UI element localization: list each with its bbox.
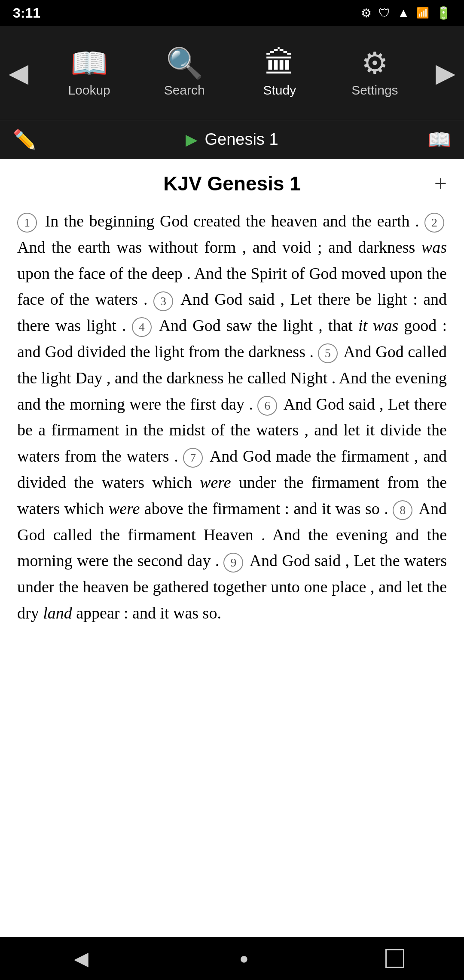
toolbar-title: ▶ Genesis 1 xyxy=(186,130,278,149)
status-bar: 3:11 ⚙ 🛡 ▲ 📶 🔋 xyxy=(0,0,464,26)
nav-forward-arrow[interactable]: ▶ xyxy=(436,58,455,88)
settings-icon: ⚙ xyxy=(361,49,388,79)
study-icon: 🏛 xyxy=(265,49,295,79)
bible-text: 1 In the beginning God created the heave… xyxy=(17,208,447,626)
nav-item-settings[interactable]: ⚙ Settings xyxy=(340,34,409,112)
bottom-nav: ◀ ● xyxy=(0,937,464,980)
nav-label-settings: Settings xyxy=(351,83,398,98)
edit-icon[interactable]: ✏️ xyxy=(13,129,37,151)
verse-num-6[interactable]: 6 xyxy=(257,396,277,416)
verse-num-1[interactable]: 1 xyxy=(17,213,37,233)
settings-status-icon: ⚙ xyxy=(361,6,372,20)
nav-item-lookup[interactable]: 📖 Lookup xyxy=(55,34,124,112)
verse-num-9[interactable]: 9 xyxy=(223,553,243,573)
shield-status-icon: 🛡 xyxy=(379,6,391,20)
chapter-title: KJV Genesis 1 xyxy=(163,172,301,195)
verse-num-4[interactable]: 4 xyxy=(132,317,152,337)
bottom-home-button[interactable]: ● xyxy=(223,949,266,968)
verse-num-5[interactable]: 5 xyxy=(318,343,338,363)
add-button[interactable]: + xyxy=(434,172,447,195)
nav-back-arrow[interactable]: ◀ xyxy=(9,58,28,88)
nav-label-lookup: Lookup xyxy=(68,83,110,98)
search-icon: 🔍 xyxy=(166,49,203,79)
verse-num-8[interactable]: 8 xyxy=(393,500,412,520)
nav-item-search[interactable]: 🔍 Search xyxy=(150,34,219,112)
book-icon[interactable]: 📖 xyxy=(427,129,451,151)
nav-label-study: Study xyxy=(263,83,296,98)
wifi-icon: ▲ xyxy=(397,6,409,20)
status-icons: ⚙ 🛡 ▲ 📶 🔋 xyxy=(361,6,451,20)
nav-label-search: Search xyxy=(164,83,205,98)
lookup-icon: 📖 xyxy=(70,49,108,79)
nav-bar: ◀ 📖 Lookup 🔍 Search 🏛 Study ⚙ Settings ▶ xyxy=(0,26,464,120)
verse-num-7[interactable]: 7 xyxy=(183,448,203,468)
battery-icon: 🔋 xyxy=(436,6,451,20)
bottom-back-button[interactable]: ◀ xyxy=(60,947,103,970)
verse-text-1: In the beginning God created the heaven … xyxy=(45,212,425,230)
play-button[interactable]: ▶ xyxy=(186,131,198,149)
chapter-header: KJV Genesis 1 + xyxy=(17,172,447,195)
toolbar: ✏️ ▶ Genesis 1 📖 xyxy=(0,120,464,159)
nav-item-study[interactable]: 🏛 Study xyxy=(245,34,314,112)
content-area: KJV Genesis 1 + 1 In the beginning God c… xyxy=(0,159,464,937)
verse-num-2[interactable]: 2 xyxy=(424,213,444,233)
bottom-recent-button[interactable] xyxy=(385,949,404,968)
chapter-title-toolbar: Genesis 1 xyxy=(205,130,278,149)
signal-icon: 📶 xyxy=(416,7,429,19)
verse-num-3[interactable]: 3 xyxy=(153,291,173,311)
status-time: 3:11 xyxy=(13,5,40,21)
toolbar-right: 📖 xyxy=(427,129,451,151)
toolbar-left: ✏️ xyxy=(13,129,37,151)
